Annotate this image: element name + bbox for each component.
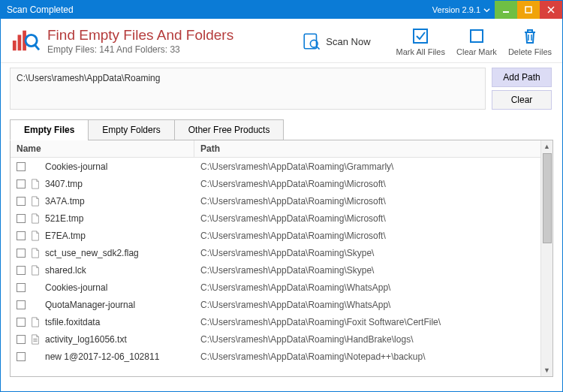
row-checkbox[interactable] xyxy=(17,300,26,309)
table-row[interactable]: 521E.tmpC:\Users\ramesh\AppData\Roaming\… xyxy=(11,210,540,227)
file-icon xyxy=(30,231,41,241)
svg-rect-7 xyxy=(305,34,317,49)
cell-name: 3407.tmp xyxy=(11,179,194,189)
file-name: new 1@2017-12-06_102811 xyxy=(45,351,159,362)
delete-files-button[interactable]: Delete Files xyxy=(508,26,552,56)
table-row[interactable]: E7EA.tmpC:\Users\ramesh\AppData\Roaming\… xyxy=(11,227,540,244)
chevron-down-icon[interactable] xyxy=(483,7,490,14)
row-checkbox[interactable] xyxy=(17,197,26,206)
svg-rect-10 xyxy=(414,29,427,43)
version-label: Version 2.9.1 xyxy=(432,5,490,14)
file-name: sct_use_new_sdk2.flag xyxy=(45,248,139,258)
file-name: E7EA.tmp xyxy=(45,231,86,241)
vertical-scrollbar[interactable]: ▲ ▼ xyxy=(540,140,552,376)
square-icon xyxy=(467,26,486,46)
file-icon xyxy=(30,265,41,276)
list-header: Name Path xyxy=(11,140,540,158)
tabs: Empty Files Empty Folders Other Free Pro… xyxy=(1,113,562,140)
file-path: C:\Users\ramesh\AppData\Roaming\Microsof… xyxy=(194,213,540,224)
table-row[interactable]: 3407.tmpC:\Users\ramesh\AppData\Roaming\… xyxy=(11,175,540,192)
row-checkbox[interactable] xyxy=(17,231,26,240)
file-icon xyxy=(30,248,41,258)
file-name: Cookies-journal xyxy=(45,161,107,172)
header-ribbon: Find Empty Files And Folders Empty Files… xyxy=(1,19,562,63)
close-button[interactable] xyxy=(540,1,562,19)
cell-name: 521E.tmp xyxy=(11,213,194,224)
tab-other-products[interactable]: Other Free Products xyxy=(174,119,285,140)
file-name: activity_log16056.txt xyxy=(45,334,127,345)
file-name: tsfile.foxitdata xyxy=(45,317,100,327)
path-input[interactable]: C:\Users\ramesh\AppData\Roaming xyxy=(10,68,486,110)
table-row[interactable]: QuotaManager-journalC:\Users\ramesh\AppD… xyxy=(11,296,540,313)
table-row[interactable]: 3A7A.tmpC:\Users\ramesh\AppData\Roaming\… xyxy=(11,192,540,210)
app-title: Find Empty Files And Folders xyxy=(47,27,233,44)
svg-rect-3 xyxy=(18,35,22,50)
file-icon xyxy=(30,317,41,327)
table-row[interactable]: activity_log16056.txtC:\Users\ramesh\App… xyxy=(11,330,540,348)
file-name: shared.lck xyxy=(45,265,86,276)
path-row: C:\Users\ramesh\AppData\Roaming Add Path… xyxy=(1,63,562,113)
row-checkbox[interactable] xyxy=(17,266,26,275)
mark-all-files-button[interactable]: Mark All Files xyxy=(396,26,445,56)
file-path: C:\Users\ramesh\AppData\Roaming\Foxit So… xyxy=(194,317,540,327)
file-path: C:\Users\ramesh\AppData\Roaming\Microsof… xyxy=(194,179,540,189)
table-row[interactable]: tsfile.foxitdataC:\Users\ramesh\AppData\… xyxy=(11,313,540,330)
row-checkbox[interactable] xyxy=(17,318,26,327)
svg-rect-1 xyxy=(525,7,531,13)
row-checkbox[interactable] xyxy=(17,162,26,171)
app-logo-icon xyxy=(11,26,40,55)
clear-path-button[interactable]: Clear xyxy=(492,90,552,110)
cell-name: QuotaManager-journal xyxy=(11,300,194,310)
file-name: Cookies-journal xyxy=(45,282,107,293)
scroll-down-icon[interactable]: ▼ xyxy=(541,364,552,376)
text-file-icon xyxy=(30,334,41,345)
scan-now-button[interactable]: Scan Now xyxy=(302,32,370,51)
file-path: C:\Users\ramesh\AppData\Roaming\Skype\ xyxy=(194,248,540,258)
tab-empty-files[interactable]: Empty Files xyxy=(10,119,89,140)
scroll-up-icon[interactable]: ▲ xyxy=(541,140,552,152)
row-checkbox[interactable] xyxy=(17,179,26,188)
window-title: Scan Completed xyxy=(7,5,74,15)
row-checkbox[interactable] xyxy=(17,214,26,223)
file-icon xyxy=(30,179,41,189)
row-checkbox[interactable] xyxy=(17,335,26,344)
file-icon xyxy=(30,213,41,224)
file-path: C:\Users\ramesh\AppData\Roaming\Grammarl… xyxy=(194,161,540,172)
file-path: C:\Users\ramesh\AppData\Roaming\WhatsApp… xyxy=(194,282,540,293)
column-path[interactable]: Path xyxy=(194,140,540,157)
cell-name: Cookies-journal xyxy=(11,161,194,172)
blank-icon xyxy=(30,282,41,293)
cell-name: activity_log16056.txt xyxy=(11,334,194,345)
file-path: C:\Users\ramesh\AppData\Roaming\Skype\ xyxy=(194,265,540,276)
table-row[interactable]: new 1@2017-12-06_102811C:\Users\ramesh\A… xyxy=(11,348,540,365)
maximize-button[interactable] xyxy=(517,1,540,19)
blank-icon xyxy=(30,161,41,172)
cell-name: sct_use_new_sdk2.flag xyxy=(11,248,194,258)
column-name[interactable]: Name xyxy=(11,140,194,157)
svg-rect-0 xyxy=(503,11,509,13)
cell-name: Cookies-journal xyxy=(11,282,194,293)
file-name: 521E.tmp xyxy=(45,213,83,224)
svg-rect-2 xyxy=(13,41,17,50)
row-checkbox[interactable] xyxy=(17,352,26,361)
cell-name: tsfile.foxitdata xyxy=(11,317,194,327)
file-path: C:\Users\ramesh\AppData\Roaming\Microsof… xyxy=(194,196,540,207)
file-name: QuotaManager-journal xyxy=(45,300,135,310)
file-name: 3407.tmp xyxy=(45,179,83,189)
table-row[interactable]: Cookies-journalC:\Users\ramesh\AppData\R… xyxy=(11,158,540,175)
table-row[interactable]: Cookies-journalC:\Users\ramesh\AppData\R… xyxy=(11,279,540,296)
minimize-button[interactable] xyxy=(495,1,517,19)
add-path-button[interactable]: Add Path xyxy=(492,68,552,87)
table-row[interactable]: shared.lckC:\Users\ramesh\AppData\Roamin… xyxy=(11,261,540,279)
file-name: 3A7A.tmp xyxy=(45,196,85,207)
scroll-thumb[interactable] xyxy=(543,153,552,243)
tab-empty-folders[interactable]: Empty Folders xyxy=(88,119,174,140)
table-row[interactable]: sct_use_new_sdk2.flagC:\Users\ramesh\App… xyxy=(11,244,540,261)
cell-name: shared.lck xyxy=(11,265,194,276)
row-checkbox[interactable] xyxy=(17,249,26,258)
row-checkbox[interactable] xyxy=(17,283,26,292)
cell-name: new 1@2017-12-06_102811 xyxy=(11,351,194,362)
scan-summary: Empty Files: 141 And Folders: 33 xyxy=(47,44,233,55)
clear-mark-button[interactable]: Clear Mark xyxy=(456,26,498,56)
scan-icon xyxy=(302,32,321,51)
